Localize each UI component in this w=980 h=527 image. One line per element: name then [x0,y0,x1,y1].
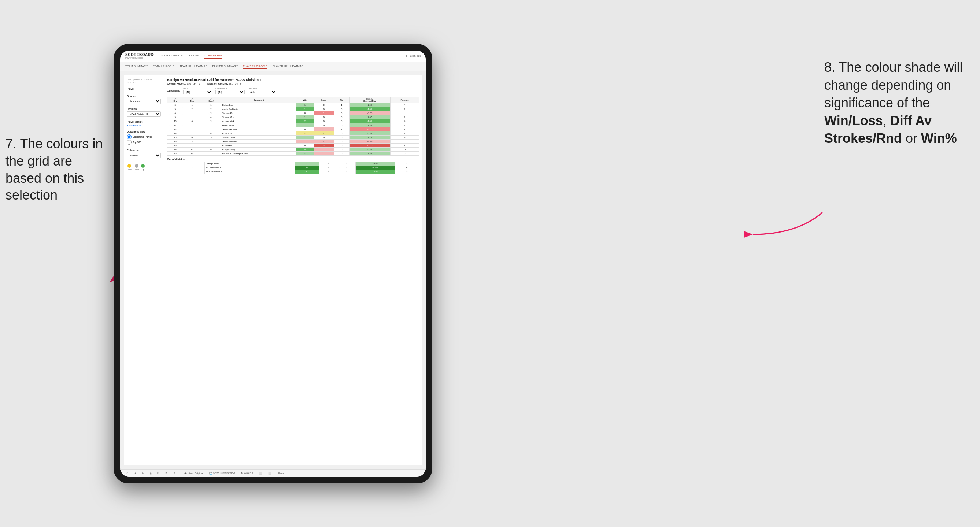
btn-back[interactable]: ⇦ [140,471,146,475]
table-cell: 2 [296,131,314,135]
table-cell [180,162,192,165]
btn-refresh[interactable]: ↺ [163,471,169,475]
btn-share[interactable]: Share [275,471,286,475]
radio-opponents-played-input[interactable] [127,134,132,139]
arrow-right [724,205,826,242]
table-cell: 1 [296,103,314,107]
table-cell: 0 [334,111,349,115]
btn-share-opt1[interactable]: ⬜ [257,471,264,475]
table-cell: 10 [183,147,201,151]
colour-by-select[interactable]: Win/loss [127,153,161,158]
radio-opponents-played[interactable]: Opponents Played [127,134,161,139]
division-select[interactable]: NCAA Division III [127,111,161,117]
division-section: Division NCAA Division III [127,108,161,117]
table-cell: 3.33 [349,123,390,127]
btn-save-custom[interactable]: 💾 Save Custom View [207,471,237,475]
out-table: Foreign Team1004.5002NAIA Division 11500… [167,162,419,174]
table-cell: 9 [167,115,183,119]
table-cell: -1.00 [349,111,390,115]
annotation-left-text: 7. The colours in the grid are based on … [5,136,103,203]
btn-copy[interactable]: ⎘ [148,471,153,475]
left-sidebar: Last Updated: 27/03/2024 16:55:38 Player… [124,75,164,465]
table-cell: 0 [334,123,349,127]
annotation-bold-winpct: Win% [921,131,957,146]
conference-select[interactable]: (All) [215,90,245,94]
table-cell: 4.00 [349,119,390,123]
nav-committee[interactable]: COMMITTEE [204,53,222,59]
opponent-select[interactable]: (All) [248,90,277,94]
nav-tournaments[interactable]: TOURNAMENTS [160,53,183,59]
table-row: 613Sydney Kuo010-1.00 [167,111,419,115]
table-cell: 2 [334,127,349,131]
table-cell [391,139,419,143]
subnav-player-summary[interactable]: PLAYER SUMMARY [213,64,238,69]
out-team-name: NCAA Division 2 [204,170,295,174]
table-cell [167,165,180,170]
btn-watch[interactable]: 👁 Watch ▾ [239,471,255,475]
radio-top100[interactable]: Top 100 [127,140,161,144]
btn-redo[interactable]: ↪ [132,471,138,475]
out-diff: 4.500 [356,162,395,165]
table-cell: 5 [201,135,221,139]
annotation-right: 8. The colour shade will change dependin… [824,59,975,148]
table-cell: 1 [296,115,314,119]
btn-view-original[interactable]: 👁 View: Original [183,471,205,475]
last-updated: Last Updated: 27/03/2024 16:55:38 [127,78,161,84]
table-cell: 2 [391,143,419,147]
gender-select[interactable]: Women's [127,98,161,104]
subnav-team-h2h-grid[interactable]: TEAM H2H GRID [153,64,174,69]
logo-sub: Powered by clippd [125,57,153,59]
filter-row: Opponents: Region (All) Conference (All) [167,87,419,94]
table-cell: -5.00 [349,143,390,147]
table-cell: 0 [313,107,334,111]
subnav-player-h2h-heatmap[interactable]: PLAYER H2H HEATMAP [272,64,303,69]
table-cell: Esther Lee [221,103,296,107]
table-cell: 11 [183,151,201,155]
table-cell: 0 [313,135,334,139]
table-cell: 3 [167,103,183,107]
table-cell: 14 [167,131,183,135]
table-cell: 16 [167,139,183,143]
out-tie: 0 [337,165,356,170]
radio-top100-input[interactable] [127,140,132,144]
btn-share-opt2[interactable]: ⬜ [266,471,273,475]
sub-nav: TEAM SUMMARY TEAM H2H GRID TEAM H2H HEAT… [120,62,426,71]
table-cell: 13 [167,127,183,131]
table-cell: 1 [201,123,221,127]
out-rounds: 10 [395,170,419,174]
subnav-team-summary[interactable]: TEAM SUMMARY [125,64,148,69]
filter-region: Region (All) [183,87,213,94]
table-cell: 15 [167,135,183,139]
table-cell [167,170,180,174]
subnav-player-h2h-grid[interactable]: PLAYER H2H GRID [243,64,267,69]
subnav-team-h2h-heatmap[interactable]: TEAM H2H HEATMAP [180,64,207,69]
out-table-body: Foreign Team1004.5002NAIA Division 11500… [167,162,419,174]
table-cell: 10 [167,119,183,123]
out-loss: 0 [319,162,337,165]
table-cell: 3 [391,107,419,111]
table-cell: 1 [183,111,201,115]
btn-timer[interactable]: ⏱ [172,471,178,475]
table-cell [192,170,204,174]
th-win: Win [296,97,314,103]
table-cell: 0 [313,123,334,127]
table-cell: Jessica Huang [221,127,296,131]
table-cell [180,170,192,174]
nav-teams[interactable]: TEAMS [189,53,199,59]
btn-cut[interactable]: ✂ [155,471,161,475]
table-cell: 0 [334,151,349,155]
table-cell [391,111,419,115]
out-team-name: NAIA Division 1 [204,165,295,170]
region-select[interactable]: (All) [183,90,213,94]
table-row: 1474Eunice Yi2200.389 [167,131,419,135]
nav-signout[interactable]: Sign out [410,53,421,59]
table-cell: 0 [334,115,349,119]
out-win: 1 [295,162,319,165]
player-section-label: Player [127,87,161,90]
table-cell: 0 [334,143,349,147]
table-cell: 1 [296,123,314,127]
btn-undo[interactable]: ↩ [124,471,130,475]
legend-level: Level [134,164,139,171]
annotation-left: 7. The colours in the grid are based on … [5,135,108,204]
table-cell: 1 [296,139,314,143]
